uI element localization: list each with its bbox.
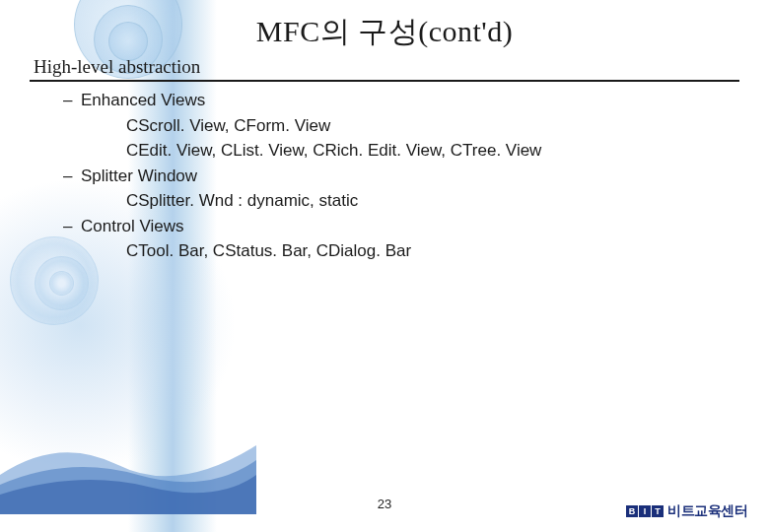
item-label: Splitter Window bbox=[81, 166, 197, 185]
divider bbox=[30, 80, 739, 82]
brand-logo: B I T bbox=[626, 505, 664, 517]
list-item: –Splitter Window bbox=[81, 164, 739, 189]
item-label: Enhanced Views bbox=[81, 91, 205, 109]
list-subitem: CEdit. View, CList. View, CRich. Edit. V… bbox=[126, 138, 739, 164]
list-item: –Enhanced Views bbox=[81, 88, 739, 113]
logo-letter: T bbox=[652, 505, 664, 517]
page-number: 23 bbox=[378, 497, 391, 511]
slide-title: MFC의 구성(cont'd) bbox=[30, 12, 739, 52]
section-heading: High-level abstraction bbox=[34, 56, 739, 78]
slide-footer: 23 B I T 비트교육센터 bbox=[0, 497, 769, 520]
brand-text: 비트교육센터 bbox=[667, 502, 747, 520]
brand: B I T 비트교육센터 bbox=[626, 502, 747, 520]
logo-letter: B bbox=[626, 505, 638, 517]
logo-letter: I bbox=[639, 505, 651, 517]
slide-content: MFC의 구성(cont'd) High-level abstraction –… bbox=[0, 0, 769, 264]
list-subitem: CTool. Bar, CStatus. Bar, CDialog. Bar bbox=[126, 238, 739, 264]
list-item: –Control Views bbox=[81, 214, 739, 239]
list-subitem: CSplitter. Wnd : dynamic, static bbox=[126, 188, 739, 214]
list-subitem: CScroll. View, CForm. View bbox=[126, 113, 739, 139]
item-label: Control Views bbox=[81, 217, 184, 235]
